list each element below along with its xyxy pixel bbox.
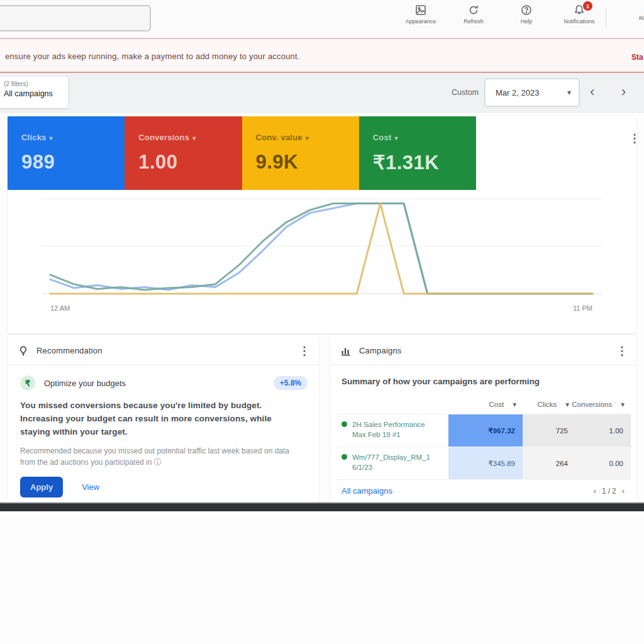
below-content-area (0, 511, 644, 644)
recommendation-menu-button[interactable]: ⋮ (299, 345, 310, 357)
view-link[interactable]: View (82, 482, 99, 492)
conversions-column-header[interactable]: Conversions ▾ (575, 395, 631, 414)
cost-cell: ₹967.32 (448, 414, 523, 447)
campaigns-card-header: Campaigns ⋮ (330, 336, 636, 365)
refresh-icon (467, 4, 480, 16)
appearance-icon (414, 4, 427, 16)
overview-toolbar: (2 filters) All campaigns Custom Mar 2, … (0, 73, 644, 113)
date-range-type: Custom (452, 88, 479, 97)
appearance-label: Appearance (406, 18, 436, 25)
campaign-link[interactable]: 2H Sales Performance Max Feb 19 #1 (352, 419, 425, 447)
conv-value-metric-value: 9.9K (256, 151, 359, 174)
conversions-cell: 1.00 (575, 414, 631, 447)
date-picker[interactable]: Mar 2, 2023 ▾ (484, 78, 580, 107)
page-next-icon: › (622, 487, 626, 496)
chevron-down-icon: ▾ (306, 135, 309, 142)
campaign-name-line2: Max Feb 19 #1 (352, 431, 401, 438)
help-button[interactable]: Help (508, 4, 545, 25)
conversions-header-label: Conversions (572, 401, 612, 408)
campaign-link[interactable]: Wm/777_Display_RM_1 6/1/23 (352, 452, 430, 479)
performance-line-chart: 12 AM11 PM (8, 190, 636, 333)
campaigns-table-header: Cost ▾ Clicks ▾ Conversions ▾ (336, 395, 633, 414)
overview-chart-panel: Clicks▾ 989 Conversions▾ 1.00 Conv. valu… (8, 116, 636, 333)
appearance-button[interactable]: Appearance (402, 4, 439, 25)
billing-alert-message: ensure your ads keep running, make a pay… (5, 52, 300, 61)
recommendation-actions: Apply View (8, 468, 319, 497)
campaigns-subtitle: Summary of how your campaigns are perfor… (330, 365, 636, 386)
metric-scorecards: Clicks▾ 989 Conversions▾ 1.00 Conv. valu… (8, 116, 476, 190)
campaigns-table-body: 2H Sales Performance Max Feb 19 #1 ₹967.… (336, 414, 633, 480)
campaigns-table: Cost ▾ Clicks ▾ Conversions ▾ 2 (336, 395, 633, 480)
chevron-down-icon: ▾ (50, 135, 53, 142)
bar-chart-icon (340, 345, 352, 357)
help-label: Help (521, 18, 533, 25)
recommendation-body-text: You missed conversions because you're li… (8, 391, 319, 439)
table-pagination[interactable]: ‹ 1/2 › (594, 487, 626, 496)
page-indicator: 1/2 (602, 487, 618, 496)
recommendation-note-text: Recommended because you missed out poten… (8, 439, 319, 468)
svg-text:12 AM: 12 AM (50, 304, 70, 312)
chevron-down-icon: ▾ (513, 400, 516, 409)
topbar-actions: Appearance Refresh Help 1 Notifications (402, 4, 597, 25)
google-ads-overview-page: Appearance Refresh Help 1 Notifications (0, 0, 644, 644)
scorecard-cost[interactable]: Cost▾ ₹1.31K (359, 116, 476, 190)
campaigns-card: Campaigns ⋮ Summary of how your campaign… (330, 336, 636, 511)
cost-header-label: Cost (489, 401, 504, 408)
conversions-metric-label: Conversions (138, 133, 189, 142)
recommendation-item-title: Optimize your budgets (44, 379, 265, 388)
refresh-button[interactable]: Refresh (455, 4, 492, 25)
campaigns-card-title: Campaigns (359, 346, 402, 355)
cost-column-header[interactable]: Cost ▾ (448, 395, 523, 414)
campaign-name-line2: 6/1/23 (352, 464, 372, 471)
svg-text:11 PM: 11 PM (573, 304, 592, 312)
campaign-name-cell: 2H Sales Performance Max Feb 19 #1 (336, 414, 448, 447)
campaigns-menu-button[interactable]: ⋮ (616, 345, 628, 357)
table-row: Wm/777_Display_RM_1 6/1/23 ₹345.89 264 0… (336, 447, 633, 480)
status-enabled-icon (341, 421, 347, 427)
search-input[interactable] (0, 5, 151, 31)
budget-icon: ₹ (20, 375, 35, 391)
panel-menu-button[interactable]: ⋮ (629, 133, 640, 144)
recommendation-card-header: Recommendation ⋮ (8, 336, 319, 365)
campaign-scope-chip[interactable]: (2 filters) All campaigns (0, 77, 68, 108)
scope-label: All campaigns (4, 89, 63, 98)
status-enabled-icon (341, 454, 347, 460)
chevron-down-icon: ▾ (567, 88, 571, 97)
scorecard-conv-value[interactable]: Conv. value▾ 9.9K (242, 116, 359, 190)
recommendation-item[interactable]: ₹ Optimize your budgets +5.8% (8, 365, 319, 391)
campaign-name-cell: Wm/777_Display_RM_1 6/1/23 (336, 447, 448, 479)
account-email: ads.acarefy (611, 14, 644, 23)
table-row: 2H Sales Performance Max Feb 19 #1 ₹967.… (336, 414, 633, 447)
campaign-name-line1: 2H Sales Performance (352, 421, 425, 428)
page-previous-icon: ‹ (594, 487, 598, 496)
next-date-button[interactable]: › (621, 83, 626, 101)
clicks-cell: 725 (523, 414, 575, 447)
campaign-name-line1: Wm/777_Display_RM_1 (352, 453, 430, 461)
lightbulb-icon (18, 345, 29, 357)
topbar-divider (606, 8, 606, 28)
chevron-down-icon: ▾ (621, 400, 625, 409)
bottom-divider-bar (0, 502, 644, 511)
apply-button[interactable]: Apply (20, 477, 63, 497)
filters-count: (2 filters) (4, 80, 63, 87)
cost-metric-label: Cost (373, 133, 392, 142)
chevron-down-icon: ▾ (192, 135, 196, 142)
recommendation-delta-badge: +5.8% (274, 376, 308, 390)
notifications-badge: 1 (583, 1, 592, 11)
previous-date-button[interactable]: ‹ (590, 83, 594, 101)
conv-value-metric-label: Conv. value (256, 133, 303, 142)
billing-alert-banner: ensure your ads keep running, make a pay… (0, 38, 644, 73)
clicks-metric-label: Clicks (21, 133, 47, 142)
billing-alert-action-link[interactable]: Sta (631, 53, 643, 62)
scorecard-clicks[interactable]: Clicks▾ 989 (8, 116, 125, 190)
chevron-down-icon: ▾ (394, 135, 397, 142)
all-campaigns-link[interactable]: All campaigns (341, 486, 392, 496)
notifications-button[interactable]: 1 Notifications (561, 4, 597, 25)
clicks-column-header[interactable]: Clicks ▾ (523, 395, 575, 414)
scorecard-conversions[interactable]: Conversions▾ 1.00 (125, 116, 242, 190)
account-info[interactable]: 149 ads.acarefy (611, 5, 644, 22)
notifications-label: Notifications (564, 18, 594, 25)
clicks-header-label: Clicks (538, 401, 557, 408)
conversions-cell: 0.00 (575, 447, 631, 479)
recommendation-card-title: Recommendation (36, 346, 103, 355)
